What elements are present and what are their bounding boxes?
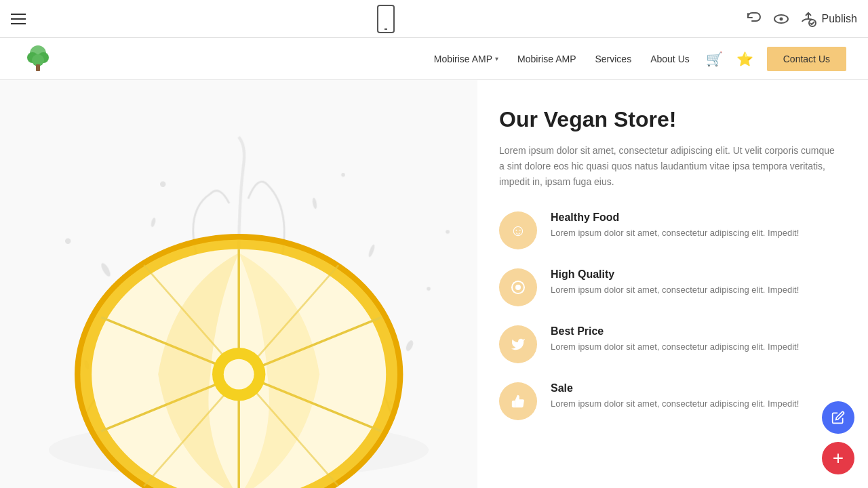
svg-point-19: [341, 173, 345, 177]
nav-item-mobirise-amp-1[interactable]: Mobirise AMP ▾: [434, 54, 498, 64]
nav-item-mobirise-amp-2[interactable]: Mobirise AMP: [517, 54, 576, 64]
svg-point-12: [368, 244, 376, 258]
feature-list: ☺ Healthy Food Lorem ipsum dolor sit ame…: [499, 211, 835, 420]
feature-text-sale: Sale Lorem ipsum dolor sit amet, consect…: [551, 382, 835, 411]
feature-desc: Lorem ipsum dolor sit amet, consectetur …: [551, 397, 835, 411]
content-left: [0, 80, 477, 488]
feature-desc: Lorem ipsum dolor sit amet, consectetur …: [551, 340, 835, 354]
feature-item-best-price: Best Price Lorem ipsum dolor sit amet, c…: [499, 325, 835, 363]
cart-button[interactable]: 🛒: [706, 51, 723, 67]
toolbar-left: [11, 14, 26, 24]
nav-item-label: Services: [595, 54, 631, 64]
nav-icons: 🛒 ⭐: [706, 51, 753, 67]
lemon-image: [0, 80, 477, 488]
contact-button[interactable]: Contact Us: [767, 47, 846, 71]
sale-icon: [499, 382, 537, 420]
nav-item-label: Mobirise AMP: [434, 54, 492, 64]
feature-title: Best Price: [551, 325, 835, 338]
svg-point-17: [65, 239, 71, 244]
contact-label: Contact Us: [783, 54, 830, 64]
svg-point-18: [427, 287, 431, 291]
feature-item-high-quality: High Quality Lorem ipsum dolor sit amet,…: [499, 268, 835, 306]
svg-point-13: [312, 197, 317, 209]
feature-item-sale: Sale Lorem ipsum dolor sit amet, consect…: [499, 382, 835, 420]
feature-item-healthy-food: ☺ Healthy Food Lorem ipsum dolor sit ame…: [499, 211, 835, 249]
store-title: Our Vegan Store!: [499, 107, 835, 132]
navbar-logo: [22, 43, 54, 75]
navbar: Mobirise AMP ▾ Mobirise AMP Services Abo…: [0, 38, 868, 80]
plus-icon: +: [833, 449, 844, 468]
toolbar-right: Publish: [746, 11, 857, 27]
logo-icon: [22, 43, 54, 75]
main-content: Our Vegan Store! Lorem ipsum dolor sit a…: [0, 80, 868, 488]
phone-preview-icon[interactable]: [374, 0, 398, 38]
feature-title: Sale: [551, 382, 835, 394]
undo-button[interactable]: [746, 11, 762, 27]
healthy-food-icon: ☺: [499, 211, 537, 249]
svg-point-34: [515, 285, 521, 290]
toolbar-center: [374, 0, 398, 38]
preview-button[interactable]: [773, 11, 789, 27]
nav-item-about-us[interactable]: About Us: [650, 54, 690, 64]
best-price-icon: [499, 325, 537, 363]
chevron-down-icon: ▾: [495, 55, 498, 62]
feature-title: High Quality: [551, 268, 835, 281]
svg-point-23: [446, 230, 450, 234]
svg-point-14: [150, 218, 156, 228]
store-description: Lorem ipsum dolor sit amet, consectetur …: [499, 143, 835, 190]
toolbar: Publish: [0, 0, 868, 38]
publish-button[interactable]: Publish: [800, 11, 857, 27]
edit-fab-button[interactable]: [822, 401, 854, 434]
feature-text-healthy-food: Healthy Food Lorem ipsum dolor sit amet,…: [551, 211, 835, 240]
add-fab-button[interactable]: +: [822, 442, 854, 474]
svg-rect-9: [36, 64, 40, 71]
favorites-button[interactable]: ⭐: [736, 51, 753, 67]
svg-point-15: [405, 340, 415, 352]
nav-item-label: About Us: [650, 54, 690, 64]
feature-text-best-price: Best Price Lorem ipsum dolor sit amet, c…: [551, 325, 835, 354]
nav-item-services[interactable]: Services: [595, 54, 631, 64]
feature-title: Healthy Food: [551, 211, 835, 224]
nav-item-label: Mobirise AMP: [517, 54, 576, 64]
svg-point-3: [779, 17, 783, 20]
high-quality-icon: [499, 268, 537, 306]
nav-links: Mobirise AMP ▾ Mobirise AMP Services Abo…: [434, 54, 690, 64]
feature-text-high-quality: High Quality Lorem ipsum dolor sit amet,…: [551, 268, 835, 297]
publish-label: Publish: [822, 13, 857, 25]
svg-point-11: [100, 262, 112, 278]
feature-desc: Lorem ipsum dolor sit amet, consectetur …: [551, 283, 835, 297]
hamburger-icon[interactable]: [11, 14, 26, 24]
feature-desc: Lorem ipsum dolor sit amet, consectetur …: [551, 226, 835, 240]
svg-point-33: [224, 359, 254, 390]
svg-point-20: [160, 182, 165, 187]
content-right: Our Vegan Store! Lorem ipsum dolor sit a…: [477, 80, 868, 488]
